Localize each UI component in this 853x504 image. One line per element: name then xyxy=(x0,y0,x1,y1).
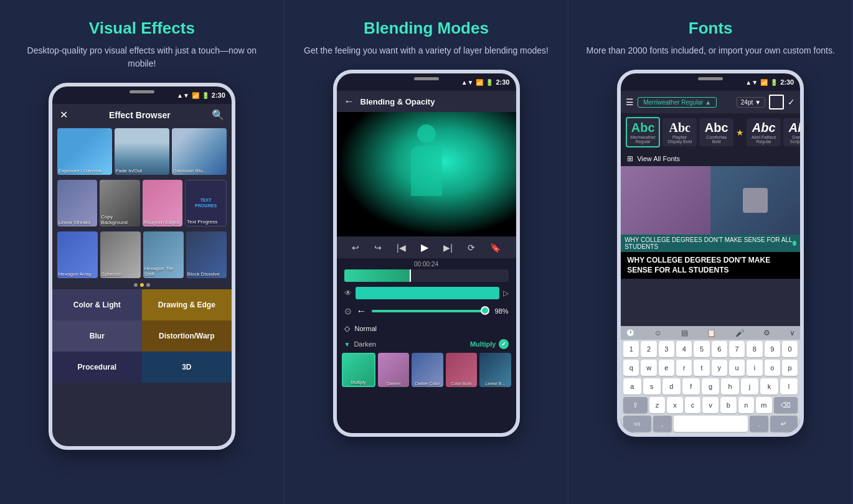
back-icon-2[interactable]: ← xyxy=(357,306,367,317)
kb-key-g[interactable]: g xyxy=(702,378,719,394)
layer-strip[interactable] xyxy=(356,287,499,299)
menu-icon[interactable]: ☰ xyxy=(626,97,634,107)
font-size-button[interactable]: 24pt ▼ xyxy=(737,97,765,108)
kb-key-m[interactable]: m xyxy=(756,397,772,413)
kb-key-space[interactable] xyxy=(674,416,748,432)
effect-thumb-hex[interactable]: Hexagon Array xyxy=(57,231,98,278)
kb-key-n[interactable]: n xyxy=(738,397,755,413)
redo-icon[interactable]: ↪ xyxy=(374,243,382,253)
blend-thumb-multiply[interactable]: Multiply xyxy=(342,353,375,387)
kb-key-shift[interactable]: ⇧ xyxy=(623,397,647,413)
kb-key-f[interactable]: f xyxy=(682,378,700,394)
effect-thumb-roughen[interactable]: Roughen Edges xyxy=(143,180,183,226)
effect-thumb-block[interactable]: Block Dissolve xyxy=(186,231,227,278)
blend-thumb-colorburn[interactable]: Color Burn xyxy=(446,353,477,387)
effect-thumb-sphere[interactable]: Spherize xyxy=(100,231,141,278)
kb-key-0[interactable]: 0 xyxy=(782,341,798,357)
effect-thumb-exposure[interactable]: Exposure / Gamma xyxy=(57,128,112,175)
blend-thumb-linearb[interactable]: Linear B... xyxy=(479,353,511,387)
skip-end-icon[interactable]: ▶| xyxy=(443,243,453,253)
skip-start-icon[interactable]: |◀ xyxy=(397,243,406,253)
kb-key-t[interactable]: t xyxy=(694,360,709,376)
kb-key-w[interactable]: w xyxy=(641,360,656,376)
kb-settings-icon[interactable]: ⚙ xyxy=(763,329,770,337)
kb-key-x[interactable]: x xyxy=(667,397,683,413)
kb-key-6[interactable]: 6 xyxy=(712,341,727,357)
font-option-dancing[interactable]: Abc Dancing Script Bold xyxy=(783,118,800,146)
kb-key-e[interactable]: e xyxy=(659,360,674,376)
effect-thumb-streaks[interactable]: Linear Streaks xyxy=(57,180,98,226)
kb-key-8[interactable]: 8 xyxy=(747,341,762,357)
kb-key-7[interactable]: 7 xyxy=(729,341,745,357)
kb-clipboard-icon[interactable]: 📋 xyxy=(707,329,716,337)
star-icon[interactable]: ★ xyxy=(736,128,744,138)
kb-key-2[interactable]: 2 xyxy=(641,341,656,357)
kb-key-j[interactable]: j xyxy=(741,378,758,394)
kb-smiley-icon[interactable]: ☺ xyxy=(654,329,662,337)
effect-thumb-hextile[interactable]: Hexagon Tile Shift xyxy=(143,231,184,278)
category-blur[interactable]: Blur xyxy=(52,320,142,352)
font-option-merriweather[interactable]: Abc Merriweather Regular xyxy=(626,117,660,147)
kb-emoji-icon[interactable]: 🕐 xyxy=(626,329,635,337)
kb-key-y[interactable]: y xyxy=(712,360,727,376)
kb-key-d[interactable]: d xyxy=(662,378,680,394)
timeline-track[interactable] xyxy=(344,269,509,282)
kb-key-1[interactable]: 1 xyxy=(623,341,639,357)
close-icon[interactable]: ✕ xyxy=(60,109,68,121)
opacity-knob[interactable] xyxy=(481,306,489,315)
kb-expand-icon[interactable]: ∨ xyxy=(789,329,795,337)
kb-key-c[interactable]: c xyxy=(685,397,701,413)
effect-thumb-text[interactable]: TEXTPROGRES Text Progress xyxy=(185,180,227,226)
category-distortion[interactable]: Distortion/Warp xyxy=(142,320,232,352)
kb-key-k[interactable]: k xyxy=(760,378,778,394)
font-option-comfortaa[interactable]: Abc Comfortaa Bold xyxy=(699,118,733,146)
loop-icon[interactable]: ⟳ xyxy=(468,243,475,253)
kb-key-o[interactable]: o xyxy=(765,360,780,376)
category-color-light[interactable]: Color & Light xyxy=(52,289,142,320)
eye-icon[interactable]: 👁 xyxy=(344,289,352,297)
effect-thumb-copy[interactable]: Copy Background xyxy=(100,180,140,226)
kb-key-9[interactable]: 9 xyxy=(765,341,780,357)
font-check-button[interactable]: ✓ xyxy=(788,97,795,107)
view-all-fonts-row[interactable]: ⊞ View All Fonts xyxy=(621,151,800,166)
back-icon[interactable]: ← xyxy=(344,96,354,107)
kb-mic-icon[interactable]: 🎤 xyxy=(735,329,745,337)
undo-icon[interactable]: ↩ xyxy=(352,243,359,253)
category-procedural[interactable]: Procedural xyxy=(52,352,142,383)
blend-thumb-darken[interactable]: Darken xyxy=(378,353,409,387)
effect-thumb-fade[interactable]: Fade In/Out xyxy=(115,128,169,175)
category-drawing[interactable]: Drawing & Edge xyxy=(142,289,232,320)
kb-key-u[interactable]: u xyxy=(729,360,745,376)
kb-key-z[interactable]: z xyxy=(649,397,666,413)
kb-key-b[interactable]: b xyxy=(720,397,737,413)
kb-key-return[interactable]: ↵ xyxy=(770,416,798,432)
kb-key-i[interactable]: i xyxy=(747,360,762,376)
kb-key-s[interactable]: s xyxy=(643,378,661,394)
font-option-abril[interactable]: Abc Abril Fatface Regular xyxy=(747,118,781,146)
kb-key-period[interactable]: . xyxy=(750,416,768,432)
kb-key-v[interactable]: v xyxy=(702,397,719,413)
effect-thumb-gaussian[interactable]: Gaussian Blu... xyxy=(172,128,227,175)
kb-key-4[interactable]: 4 xyxy=(676,341,692,357)
kb-key-comma[interactable]: , xyxy=(653,416,672,432)
font-option-playfair[interactable]: Abc Playfair Display Bold xyxy=(662,118,697,146)
kb-key-3[interactable]: 3 xyxy=(659,341,674,357)
kb-sticker-icon[interactable]: ▤ xyxy=(681,329,688,337)
kb-key-backspace[interactable]: ⌫ xyxy=(774,397,798,413)
kb-key-numbers[interactable]: !#1 xyxy=(623,416,651,432)
category-3d[interactable]: 3D xyxy=(142,352,232,383)
kb-key-a[interactable]: a xyxy=(623,378,641,394)
bookmark-icon[interactable]: 🔖 xyxy=(490,243,501,253)
font-square-button[interactable] xyxy=(769,95,784,110)
kb-key-q[interactable]: q xyxy=(623,360,639,376)
search-icon[interactable]: 🔍 xyxy=(212,109,224,121)
kb-key-5[interactable]: 5 xyxy=(694,341,709,357)
opacity-slider[interactable] xyxy=(372,310,490,312)
play-button[interactable]: ▶ xyxy=(421,241,428,253)
kb-key-r[interactable]: r xyxy=(676,360,692,376)
kb-key-h[interactable]: h xyxy=(721,378,738,394)
expand-icon[interactable]: ▼ xyxy=(344,341,351,348)
blend-thumb-darkercolor[interactable]: Darker Color xyxy=(412,353,443,387)
kb-key-p[interactable]: p xyxy=(782,360,798,376)
kb-key-l[interactable]: l xyxy=(780,378,798,394)
